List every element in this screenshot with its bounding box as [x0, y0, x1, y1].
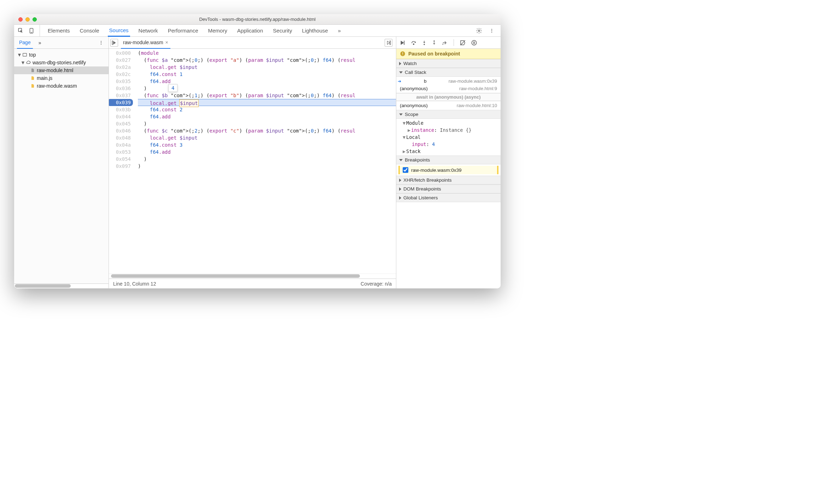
scope-local-input[interactable]: input: 4: [396, 141, 501, 148]
code-content[interactable]: (module (func $a "com">(;0;) (export "a"…: [134, 49, 396, 274]
step-over-icon[interactable]: [410, 40, 417, 46]
tab-application[interactable]: Application: [236, 25, 264, 37]
svg-rect-24: [402, 55, 403, 55]
deactivate-breakpoints-icon[interactable]: [460, 40, 466, 46]
tree-label: raw-module.html: [37, 68, 73, 73]
cursor-position: Line 10, Column 12: [113, 281, 156, 287]
svg-point-19: [472, 40, 477, 45]
tab-console[interactable]: Console: [78, 25, 101, 37]
scope-module-instance[interactable]: ▶instance: Instance {}: [396, 127, 501, 134]
tab-lighthouse[interactable]: Lighthouse: [301, 25, 329, 37]
scope-stack[interactable]: ▶Stack: [396, 148, 501, 155]
file-icon: [30, 68, 35, 73]
coverage-status: Coverage: n/a: [361, 281, 392, 287]
svg-point-15: [424, 43, 425, 45]
section-xhr[interactable]: XHR/fetch Breakpoints: [396, 176, 501, 184]
scope-local[interactable]: ▼Local: [396, 134, 501, 141]
gutter[interactable]: 0x0000x0270x02a0x02c0x0350x0360x0370x039…: [109, 49, 134, 274]
kebab-menu-icon[interactable]: [487, 26, 496, 35]
tree-label: raw-module.wasm: [37, 83, 77, 89]
step-into-icon[interactable]: [422, 40, 427, 46]
file-tab-wasm[interactable]: raw-module.wasm ×: [121, 37, 170, 49]
callstack-frame[interactable]: braw-module.wasm:0x39: [396, 77, 501, 85]
breakpoint-label: raw-module.wasm:0x39: [411, 168, 462, 173]
navigator-tab-page[interactable]: Page: [17, 37, 33, 49]
tree-file-wasm[interactable]: raw-module.wasm: [14, 82, 109, 90]
svg-rect-10: [23, 53, 27, 56]
svg-line-18: [460, 40, 465, 45]
svg-rect-23: [402, 52, 403, 54]
navigate-back-icon[interactable]: [110, 39, 118, 47]
tab-sources[interactable]: Sources: [108, 25, 130, 37]
section-global[interactable]: Global Listeners: [396, 193, 501, 202]
tab-memory[interactable]: Memory: [207, 25, 229, 37]
tree-file-html[interactable]: raw-module.html: [14, 66, 109, 74]
section-callstack[interactable]: Call Stack: [396, 68, 501, 77]
debugger-toolbar: [396, 37, 501, 49]
frame-icon: [22, 52, 28, 58]
section-dom[interactable]: DOM Breakpoints: [396, 184, 501, 193]
hover-value-tooltip: 4: [168, 84, 177, 92]
tab-network[interactable]: Network: [137, 25, 159, 37]
sidebar-h-scroll[interactable]: [14, 283, 109, 288]
step-icon[interactable]: [442, 40, 448, 46]
svg-rect-13: [404, 41, 405, 45]
tree-label: top: [29, 52, 36, 58]
breakpoints-body: raw-module.wasm:0x39: [396, 164, 501, 176]
svg-point-8: [101, 42, 101, 43]
svg-point-5: [491, 30, 492, 31]
section-watch[interactable]: Watch: [396, 59, 501, 68]
cloud-icon: [25, 60, 31, 65]
file-icon: [30, 83, 35, 89]
scope-body: ▼Module ▶instance: Instance {} ▼Local in…: [396, 119, 501, 156]
tree-label: wasm-dbg-stories.netlify: [33, 60, 86, 65]
run-snippet-icon[interactable]: [385, 39, 392, 47]
panel-tabs: Elements Console Sources Network Perform…: [46, 25, 473, 37]
sources-navigator: Page » ▼ top ▼ wasm-dbg-stories.netlify …: [14, 37, 109, 288]
tab-elements[interactable]: Elements: [46, 25, 71, 37]
source-editor: raw-module.wasm × 4 0x0000x0270x02a0x02c…: [109, 37, 396, 288]
svg-point-9: [101, 43, 101, 44]
svg-point-4: [491, 29, 492, 29]
section-breakpoints[interactable]: Breakpoints: [396, 156, 501, 164]
navigator-tabs-overflow[interactable]: »: [36, 37, 43, 49]
breakpoint-checkbox[interactable]: [403, 167, 408, 173]
pause-exceptions-icon[interactable]: [471, 40, 477, 46]
file-icon: [30, 75, 35, 81]
navigator-options-icon[interactable]: [97, 38, 106, 47]
file-tree: ▼ top ▼ wasm-dbg-stories.netlify raw-mod…: [14, 49, 109, 283]
tree-label: main.js: [37, 75, 52, 81]
tree-top-frame[interactable]: ▼ top: [14, 51, 109, 59]
editor-statusbar: Line 10, Column 12 Coverage: n/a: [109, 279, 396, 288]
device-toolbar-icon[interactable]: [27, 26, 36, 35]
close-tab-icon[interactable]: ×: [165, 40, 168, 45]
resume-icon[interactable]: [399, 40, 406, 46]
svg-rect-20: [473, 41, 474, 44]
debugger-panel: Paused on breakpoint Watch Call Stack br…: [396, 37, 501, 288]
settings-gear-icon[interactable]: [474, 26, 484, 35]
svg-point-17: [442, 43, 443, 45]
separator: [40, 25, 40, 36]
scope-module[interactable]: ▼Module: [396, 119, 501, 127]
svg-rect-21: [474, 41, 475, 44]
tab-performance[interactable]: Performance: [167, 25, 200, 37]
editor-h-scroll[interactable]: [109, 274, 396, 279]
breakpoint-row[interactable]: raw-module.wasm:0x39: [398, 166, 498, 174]
window-titlebar: DevTools - wasm-dbg-stories.netlify.app/…: [14, 14, 501, 25]
svg-rect-12: [390, 41, 391, 45]
callstack-frame[interactable]: (anonymous)raw-module.html:10: [396, 102, 501, 109]
tree-domain[interactable]: ▼ wasm-dbg-stories.netlify: [14, 59, 109, 66]
code-area[interactable]: 4 0x0000x0270x02a0x02c0x0350x0360x0370x0…: [109, 49, 396, 274]
tabs-overflow[interactable]: »: [337, 25, 342, 37]
inspect-element-icon[interactable]: [16, 26, 25, 35]
tab-security[interactable]: Security: [272, 25, 293, 37]
svg-point-16: [433, 40, 435, 42]
pause-banner: Paused on breakpoint: [396, 49, 501, 59]
svg-point-6: [491, 31, 492, 32]
tree-file-js[interactable]: main.js: [14, 74, 109, 82]
section-scope[interactable]: Scope: [396, 110, 501, 119]
devtools-tab-bar: Elements Console Sources Network Perform…: [14, 25, 501, 37]
callstack-body: braw-module.wasm:0x39(anonymous)raw-modu…: [396, 77, 501, 110]
callstack-frame[interactable]: (anonymous)raw-module.html:9: [396, 85, 501, 92]
step-out-icon[interactable]: [432, 40, 437, 46]
